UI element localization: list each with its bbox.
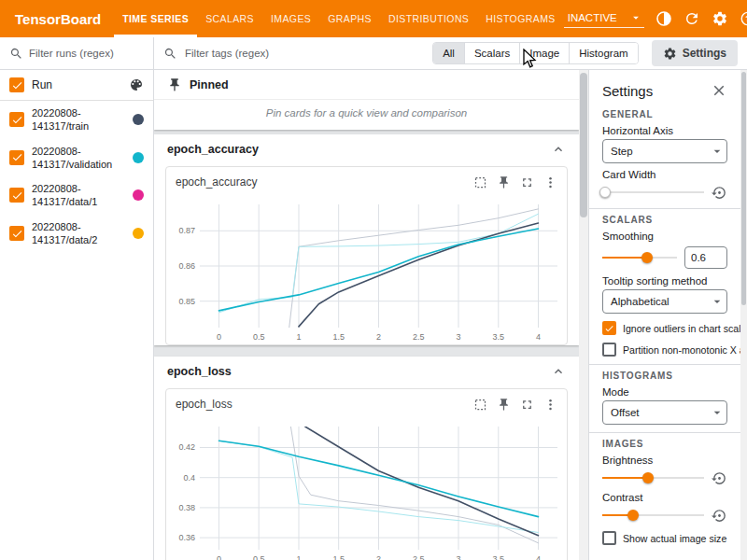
right-column: AllScalarsImageHistogram Settings Pinned… [154, 37, 747, 560]
run-row[interactable]: 20220808-141317/validation [0, 139, 153, 177]
body-row: Run 20220808-141317/train20220808-141317… [0, 37, 747, 560]
filter-chip-image[interactable]: Image [519, 43, 569, 63]
show-actual-size-row: Show actual image size [602, 531, 727, 545]
tag-filter-chips: AllScalarsImageHistogram [432, 42, 639, 64]
settings-panel-header: Settings [602, 77, 727, 104]
filter-chip-scalars[interactable]: Scalars [464, 43, 519, 63]
partition-x-axis-checkbox[interactable] [602, 343, 616, 357]
run-color-dot [133, 228, 144, 239]
more-options-icon[interactable] [543, 398, 557, 412]
slider-thumb[interactable] [641, 252, 653, 263]
reset-contrast-icon[interactable] [712, 508, 727, 524]
panel-scrollbar[interactable] [740, 70, 747, 560]
reset-card-width-icon[interactable] [712, 185, 727, 201]
app-header: TensorBoard TIME SERIESSCALARSIMAGESGRAP… [0, 0, 747, 37]
filter-chip-all[interactable]: All [433, 43, 464, 63]
partition-x-axis-row: Partition non-monotonic X axis [602, 343, 727, 357]
filter-chip-histogram[interactable]: Histogram [569, 43, 637, 63]
tooltip-sorting-select[interactable]: Alphabetical [602, 289, 727, 314]
scrollbar-thumb[interactable] [741, 72, 746, 305]
card-header: epoch_loss [166, 389, 567, 419]
more-options-icon[interactable] [543, 175, 557, 189]
contrast-theme-icon[interactable] [655, 10, 672, 27]
chevron-down-icon [710, 144, 725, 159]
run-checkbox[interactable] [9, 226, 24, 241]
horizontal-axis-select[interactable]: Step [602, 139, 727, 163]
svg-text:0.36: 0.36 [178, 533, 194, 542]
section-header[interactable]: epoch_loss [154, 357, 579, 386]
cards-area: Pinned Pin cards for a quick view and co… [154, 70, 588, 560]
fullscreen-icon[interactable] [520, 398, 534, 412]
pin-icon[interactable] [497, 175, 511, 189]
palette-icon[interactable] [129, 77, 144, 92]
run-row[interactable]: 20220808-141317/data/1 [0, 176, 153, 215]
contrast-slider[interactable] [602, 509, 704, 522]
select-all-runs-checkbox[interactable] [9, 77, 24, 92]
run-checkbox[interactable] [9, 188, 24, 203]
show-actual-size-checkbox[interactable] [602, 531, 616, 545]
slider-thumb[interactable] [627, 510, 639, 521]
slider-thumb[interactable] [642, 472, 654, 483]
card-width-slider[interactable] [602, 186, 704, 199]
svg-text:3: 3 [456, 332, 460, 342]
fit-domain-icon[interactable] [473, 175, 487, 189]
nav-tab-scalars[interactable]: SCALARS [197, 0, 262, 37]
section-title: epoch_accuracy [167, 143, 259, 156]
ignore-outliers-checkbox[interactable] [602, 321, 616, 335]
svg-text:0.5: 0.5 [253, 332, 264, 342]
gear-icon[interactable] [712, 10, 728, 27]
chevron-up-icon[interactable] [551, 364, 566, 379]
brightness-slider[interactable] [602, 471, 704, 484]
chevron-up-icon[interactable] [551, 142, 566, 157]
settings-button[interactable]: Settings [652, 40, 738, 66]
scalar-card-epoch-accuracy: epoch_accuracy 00.511.522.533.540.850.86… [165, 166, 568, 345]
run-checkbox[interactable] [9, 112, 24, 127]
svg-text:0.87: 0.87 [178, 226, 194, 235]
histogram-mode-select[interactable]: Offset [602, 400, 727, 425]
run-checkbox[interactable] [9, 150, 24, 165]
refresh-icon[interactable] [684, 10, 700, 27]
filter-tags-input[interactable] [185, 48, 344, 59]
fullscreen-icon[interactable] [520, 175, 534, 189]
nav-tab-graphs[interactable]: GRAPHS [319, 0, 380, 37]
check-icon [604, 323, 614, 334]
gear-icon [663, 47, 677, 61]
close-icon[interactable] [711, 82, 727, 99]
nav-tab-distributions[interactable]: DISTRIBUTIONS [380, 0, 477, 37]
help-icon[interactable]: ? [740, 10, 747, 27]
chevron-down-icon [629, 11, 642, 24]
svg-text:3.5: 3.5 [493, 332, 504, 342]
run-name: 20220808-141317/data/2 [32, 220, 125, 247]
check-icon [11, 79, 23, 91]
divider [589, 364, 740, 365]
section-epoch-loss: epoch_loss epoch_loss [154, 357, 579, 560]
pin-icon [167, 77, 182, 92]
epoch-accuracy-chart[interactable]: 00.511.522.533.540.850.860.87 [166, 197, 567, 344]
run-name: 20220808-141317/train [32, 106, 125, 133]
svg-text:0.42: 0.42 [178, 442, 194, 452]
slider-thumb[interactable] [599, 187, 611, 198]
smoothing-value-input[interactable] [684, 246, 727, 269]
svg-text:0.4: 0.4 [183, 473, 194, 483]
run-name: 20220808-141317/validation [32, 145, 125, 172]
nav-tab-time-series[interactable]: TIME SERIES [114, 0, 197, 37]
card-header: epoch_accuracy [166, 167, 567, 197]
svg-text:0.85: 0.85 [178, 297, 194, 306]
nav-tab-histograms[interactable]: HISTOGRAMS [477, 0, 563, 37]
filter-runs-input[interactable] [29, 48, 144, 59]
contrast-label: Contrast [602, 492, 727, 503]
filter-runs-bar [0, 37, 153, 70]
nav-tab-images[interactable]: IMAGES [262, 0, 319, 37]
section-header[interactable]: epoch_accuracy [154, 134, 579, 164]
scrollbar-thumb[interactable] [580, 73, 587, 217]
smoothing-slider[interactable] [602, 251, 677, 264]
reset-brightness-icon[interactable] [712, 470, 727, 486]
run-row[interactable]: 20220808-141317/train [0, 101, 153, 139]
svg-text:1.5: 1.5 [332, 554, 344, 560]
pin-icon[interactable] [497, 398, 511, 412]
run-row[interactable]: 20220808-141317/data/2 [0, 215, 153, 253]
data-status-select[interactable]: INACTIVE [564, 9, 644, 28]
epoch-loss-chart[interactable]: 00.511.522.533.540.360.380.40.42 [166, 419, 567, 560]
main-scrollbar[interactable] [579, 70, 588, 560]
fit-domain-icon[interactable] [473, 398, 487, 412]
